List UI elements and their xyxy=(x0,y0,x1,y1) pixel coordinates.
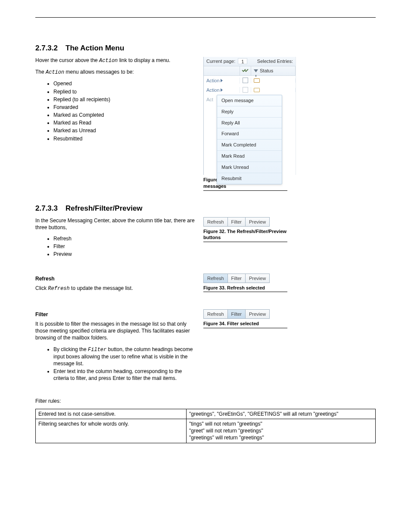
figure-33-caption: Figure 33. Refresh selected xyxy=(203,285,287,291)
row-check[interactable] xyxy=(240,87,251,93)
section-title: The Action Menu xyxy=(65,44,124,53)
envelope-icon xyxy=(254,88,260,92)
filter-literal: Filter xyxy=(88,347,106,353)
rule-right: "tings" will not return "greetings" "gre… xyxy=(187,419,376,443)
text: menu allows messages to be: xyxy=(64,69,134,75)
col-checkall[interactable] xyxy=(240,66,251,75)
action-link[interactable]: Action xyxy=(204,87,240,93)
table-row: Action xyxy=(204,85,296,95)
rule-right: "greetings", "GreEtinGs", "GREETINGS" wi… xyxy=(187,409,376,419)
figure-34-buttons: Refresh Filter Preview xyxy=(203,309,287,319)
menu-mark-completed[interactable]: Mark Completed xyxy=(217,140,282,151)
col-action xyxy=(204,66,240,75)
action-para-2: The Action menu allows messages to be: xyxy=(35,68,195,76)
section-title: Refresh/Filter/Preview xyxy=(65,204,143,214)
filter-heading: Filter xyxy=(35,311,195,318)
checkbox-icon xyxy=(243,87,248,93)
list-item: Enter text into the column heading, corr… xyxy=(53,368,195,382)
filter-intro: It is possible to filter the messages in… xyxy=(35,320,195,342)
action-text: Action xyxy=(206,87,220,93)
status-label: Status xyxy=(260,68,273,74)
section-heading-rfp: 2.7.3.3 Refresh/Filter/Preview xyxy=(35,204,376,214)
text: to update the message list. xyxy=(70,285,133,291)
menu-forward[interactable]: Forward xyxy=(217,128,282,140)
current-page-label: Current page: xyxy=(206,58,235,65)
action-capabilities-list: Opened Replied to Replied (to all recipi… xyxy=(35,80,195,142)
checkbox-icon xyxy=(243,78,248,83)
list-item: Refresh xyxy=(53,235,195,242)
action-text: Action xyxy=(206,78,220,84)
filter-rules-table: Entered text is not case-sensitive. "gre… xyxy=(35,409,376,443)
figure-rule xyxy=(203,190,287,191)
action-link-literal: Action xyxy=(99,58,118,64)
figure-34-caption: Figure 34. Filter selected xyxy=(203,320,287,327)
menu-open-message[interactable]: Open message xyxy=(217,95,282,106)
action-link-literal: Action xyxy=(46,69,64,75)
text: The xyxy=(35,69,46,75)
filter-button[interactable]: Filter xyxy=(227,274,246,283)
refresh-button[interactable]: Refresh xyxy=(203,309,228,319)
list-item: Marked as Completed xyxy=(53,112,195,118)
caret-right-icon xyxy=(221,79,223,82)
menu-reply[interactable]: Reply xyxy=(217,106,282,118)
figure-rule xyxy=(203,292,287,292)
current-page-value[interactable]: 1 xyxy=(238,58,247,64)
envelope-icon xyxy=(254,78,260,83)
text: By clicking the xyxy=(53,346,88,352)
menu-resubmit[interactable]: Resubmit xyxy=(217,173,282,184)
caret-right-icon xyxy=(221,88,223,92)
figure-32-caption: Figure 32. The Refresh/Filter/Preview bu… xyxy=(203,228,287,241)
rule-left: Entered text is not case-sensitive. xyxy=(36,409,187,419)
col-status[interactable]: Status xyxy=(251,66,296,75)
preview-button[interactable]: Preview xyxy=(245,217,270,227)
figure-rule xyxy=(203,328,287,328)
rfp-buttons-list: Refresh Filter Preview xyxy=(35,235,195,258)
preview-button[interactable]: Preview xyxy=(245,309,270,319)
action-context-menu: Open message Reply Reply All Forward Mar… xyxy=(217,95,282,184)
refresh-button[interactable]: Refresh xyxy=(203,217,228,227)
figure-33-buttons: Refresh Filter Preview xyxy=(203,274,287,283)
refresh-heading: Refresh xyxy=(35,275,195,282)
row-check[interactable] xyxy=(240,78,251,83)
menu-mark-unread[interactable]: Mark Unread xyxy=(217,162,282,173)
refresh-button[interactable]: Refresh xyxy=(203,274,228,283)
list-item: Opened xyxy=(53,80,195,87)
list-item: Filter xyxy=(53,243,195,250)
action-link[interactable]: Action xyxy=(204,78,240,84)
menu-mark-read[interactable]: Mark Read xyxy=(217,151,282,162)
filter-button[interactable]: Filter xyxy=(227,217,246,227)
row-status xyxy=(251,78,296,83)
text: link to display a menu. xyxy=(118,57,170,63)
text: Click xyxy=(35,285,48,291)
menu-reply-all[interactable]: Reply All xyxy=(217,118,282,129)
refresh-para: Click Refresh to update the message list… xyxy=(35,285,195,292)
list-item: Replied (to all recipients) xyxy=(53,96,195,103)
selected-entries-label: Selected Entries: xyxy=(257,58,293,65)
page-top-rule xyxy=(35,17,376,18)
figure-31-panel: Current page: 1 Selected Entries: Status… xyxy=(203,57,296,175)
table-row: Action xyxy=(204,76,296,85)
column-header-row: Status xyxy=(204,66,296,76)
list-item: Replied to xyxy=(53,88,195,95)
rule-left: Filtering searches for whole words only. xyxy=(36,419,187,443)
list-item: By clicking the Filter button, the colum… xyxy=(53,346,195,367)
filter-rules-heading: Filter rules: xyxy=(35,398,376,404)
list-item: Resubmitted xyxy=(53,135,195,142)
list-item: Forwarded xyxy=(53,104,195,111)
table-row: Filtering searches for whole words only.… xyxy=(36,419,376,443)
section-number: 2.7.3.3 xyxy=(35,204,65,214)
row-status xyxy=(251,88,296,92)
refresh-literal: Refresh xyxy=(48,286,69,292)
table-row: Entered text is not case-sensitive. "gre… xyxy=(36,409,376,419)
list-item: Marked as Read xyxy=(53,119,195,126)
filter-icon xyxy=(254,69,258,72)
figure-32-buttons: Refresh Filter Preview xyxy=(203,217,287,227)
section-number: 2.7.3.2 xyxy=(35,44,65,53)
text: Hover the cursor above the xyxy=(35,57,99,63)
list-item: Marked as Unread xyxy=(53,127,195,134)
check-all-icon xyxy=(242,68,249,73)
preview-button[interactable]: Preview xyxy=(245,274,270,283)
filter-button[interactable]: Filter xyxy=(227,309,246,319)
section-heading-action-menu: 2.7.3.2 The Action Menu xyxy=(35,44,376,53)
filter-bullets: By clicking the Filter button, the colum… xyxy=(35,346,195,382)
